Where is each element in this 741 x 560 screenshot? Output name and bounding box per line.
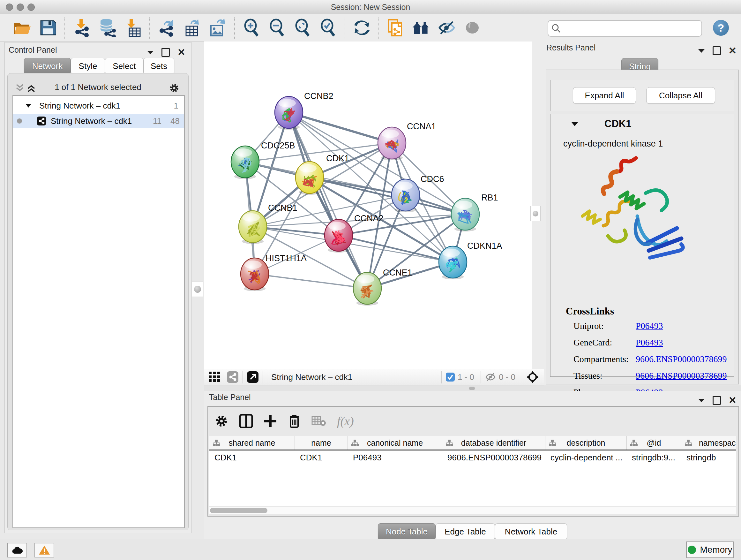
- apply-layout-button[interactable]: [353, 18, 371, 37]
- tab-select[interactable]: Select: [105, 58, 144, 74]
- maximize-panel-icon[interactable]: [713, 396, 721, 405]
- cell-canonical-name[interactable]: P06493: [348, 453, 442, 462]
- crosslink-link[interactable]: 9606.ENSP00000378699: [636, 354, 727, 364]
- tab-node-table[interactable]: Node Table: [378, 523, 435, 540]
- left-splitter-grip[interactable]: [192, 282, 203, 297]
- float-panel-icon[interactable]: [698, 49, 705, 53]
- crosslink-link[interactable]: P06493: [636, 337, 663, 348]
- export-table-button[interactable]: [183, 18, 201, 37]
- import-network-database-button[interactable]: [98, 18, 117, 37]
- show-columns-icon[interactable]: [239, 414, 253, 428]
- right-splitter-grip[interactable]: [530, 206, 541, 221]
- cell--id[interactable]: stringdb:9...: [627, 453, 681, 462]
- add-column-icon[interactable]: [264, 415, 277, 428]
- zoom-fit-button[interactable]: [293, 18, 312, 37]
- edge-CCNB2-CCNA1[interactable]: [289, 112, 392, 143]
- edge-CCNA2-CDKN1A[interactable]: [339, 235, 453, 262]
- close-panel-icon[interactable]: ✕: [729, 46, 737, 56]
- close-panel-icon[interactable]: ✕: [178, 48, 185, 57]
- network-view-icon[interactable]: [226, 371, 239, 383]
- close-panel-icon[interactable]: ✕: [729, 395, 737, 405]
- delete-table-icon[interactable]: [312, 415, 326, 427]
- node-HIST1H1A[interactable]: HIST1H1A: [241, 253, 307, 291]
- export-image-button[interactable]: [208, 18, 227, 37]
- table-row[interactable]: CDK1CDK1P064939606.ENSP00000378699cyclin…: [209, 450, 736, 464]
- cell-namespace[interactable]: stringdb: [681, 453, 736, 462]
- shared-column-icon: [212, 439, 220, 446]
- node-CCNE1[interactable]: CCNE1: [353, 268, 412, 306]
- horizontal-splitter-grip[interactable]: [469, 387, 475, 390]
- search-input[interactable]: [564, 23, 701, 33]
- maximize-panel-icon[interactable]: [161, 48, 170, 57]
- crosslink-link[interactable]: P06493: [636, 321, 663, 331]
- title-bar[interactable]: Session: New Session: [0, 0, 741, 14]
- column-header-description[interactable]: description: [545, 436, 627, 449]
- maximize-panel-icon[interactable]: [713, 46, 721, 55]
- hidden-eye-icon[interactable]: [485, 372, 496, 382]
- home-networks-button[interactable]: [412, 18, 430, 37]
- zoom-selected-button[interactable]: [319, 18, 337, 37]
- table-horizontal-scrollbar[interactable]: [209, 507, 736, 514]
- zoom-out-button[interactable]: [268, 18, 286, 37]
- open-session-button[interactable]: [13, 18, 31, 37]
- column-header-name[interactable]: name: [295, 436, 348, 449]
- network-collection-row[interactable]: String Network – cdk1 1: [13, 98, 184, 113]
- tab-style[interactable]: Style: [71, 58, 105, 74]
- node-RB1[interactable]: RB1: [451, 193, 498, 232]
- search-box[interactable]: [548, 20, 702, 37]
- gear-icon[interactable]: [169, 82, 180, 94]
- network-row[interactable]: String Network – cdk1 11 48: [13, 114, 184, 128]
- cloud-status-button[interactable]: [7, 543, 27, 557]
- cell-name[interactable]: CDK1: [295, 453, 348, 462]
- expand-all-button[interactable]: Expand All: [573, 87, 636, 104]
- node-CCNA1[interactable]: CCNA1: [378, 122, 436, 160]
- collapse-all-button[interactable]: Collapse All: [646, 87, 715, 104]
- network-graph[interactable]: CCNB2CCNA1CDC25BCDK1CDC6RB1CCNB1CCNA2CDK…: [204, 42, 532, 369]
- column-header-canonical-name[interactable]: canonical name: [348, 436, 442, 449]
- memory-button[interactable]: Memory: [686, 542, 734, 558]
- delete-column-icon[interactable]: [288, 414, 300, 428]
- table-container: f(x) shared namenamecanonical namedataba…: [207, 406, 739, 516]
- cell-shared-name[interactable]: CDK1: [209, 453, 295, 462]
- tab-network-table[interactable]: Network Table: [495, 523, 567, 540]
- collapse-entry-icon[interactable]: [571, 122, 578, 126]
- save-session-button[interactable]: [39, 18, 57, 37]
- network-canvas[interactable]: CCNB2CCNA1CDC25BCDK1CDC6RB1CCNB1CCNA2CDK…: [204, 42, 532, 369]
- detach-view-icon[interactable]: [247, 371, 259, 383]
- import-network-file-button[interactable]: [72, 18, 91, 37]
- help-button[interactable]: ?: [713, 20, 729, 36]
- node-label-CDC6: CDC6: [421, 174, 444, 184]
- crosslink-row: Uniprot:P06493: [574, 321, 727, 334]
- node-table[interactable]: shared namenamecanonical namedatabase id…: [209, 436, 736, 506]
- column-header--id[interactable]: @id: [627, 436, 681, 449]
- node-CDKN1A[interactable]: CDKN1A: [439, 241, 502, 279]
- crosslink-link[interactable]: 9606.ENSP00000378699: [636, 371, 727, 381]
- node-details-header[interactable]: CDK1: [550, 114, 734, 134]
- gear-icon[interactable]: [214, 414, 228, 428]
- edge-HIST1H1A-CCNE1[interactable]: [255, 274, 367, 288]
- grid-view-icon[interactable]: [209, 372, 221, 382]
- right-splitter[interactable]: [532, 42, 545, 369]
- cell-database-identifier[interactable]: 9606.ENSP00000378699: [442, 453, 545, 462]
- column-header-namespace[interactable]: namespace: [681, 436, 736, 449]
- scrollbar-thumb[interactable]: [210, 508, 267, 513]
- column-header-shared-name[interactable]: shared name: [209, 436, 295, 449]
- birds-eye-view-button[interactable]: [463, 18, 482, 37]
- tab-edge-table[interactable]: Edge Table: [435, 523, 495, 540]
- warnings-button[interactable]: [35, 543, 54, 557]
- tab-sets[interactable]: Sets: [144, 58, 174, 74]
- cell-description[interactable]: cyclin-dependent ...: [545, 453, 627, 462]
- export-network-button[interactable]: [157, 18, 176, 37]
- tab-network[interactable]: Network: [24, 58, 71, 74]
- zoom-in-button[interactable]: [242, 18, 261, 37]
- selected-checkbox-icon[interactable]: [446, 372, 455, 382]
- float-panel-icon[interactable]: [147, 50, 154, 55]
- copy-network-button[interactable]: [387, 18, 405, 37]
- float-panel-icon[interactable]: [698, 398, 705, 402]
- function-builder-button[interactable]: f(x): [337, 414, 354, 428]
- hide-unhide-button[interactable]: [437, 18, 456, 37]
- import-table-button[interactable]: [124, 18, 142, 37]
- tree-expander-icon[interactable]: [25, 104, 31, 108]
- column-header-database-identifier[interactable]: database identifier: [442, 436, 545, 449]
- bird-eye-toggle-icon[interactable]: [526, 370, 539, 384]
